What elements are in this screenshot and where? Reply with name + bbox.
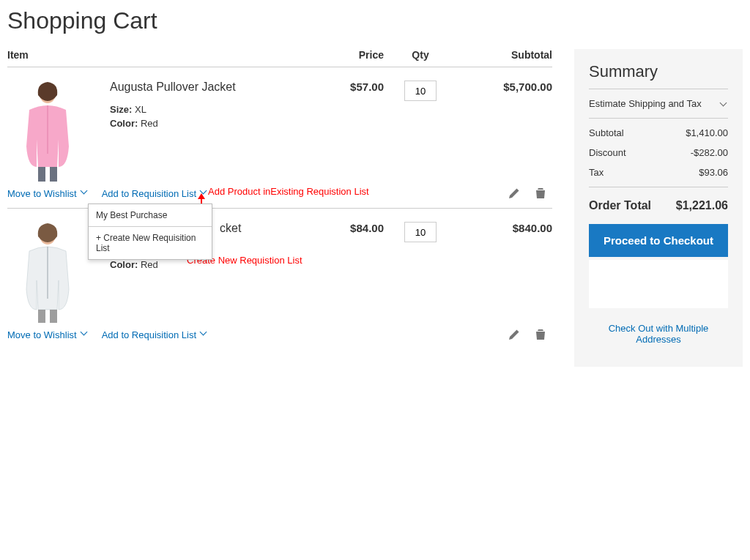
- requisition-create-item[interactable]: + Create New Requisition List: [89, 226, 212, 259]
- product-thumbnail[interactable]: [7, 81, 88, 183]
- page-title: Shopping Cart: [7, 7, 743, 34]
- trash-icon[interactable]: [535, 329, 546, 340]
- summary-line: Tax $93.06: [589, 163, 728, 182]
- subtotal-value: $840.00: [457, 222, 552, 234]
- edit-icon[interactable]: [508, 187, 520, 199]
- trash-icon[interactable]: [535, 187, 546, 199]
- order-total-label: Order Total: [589, 199, 651, 212]
- cart-table: Item Price Qty Subtotal: [7, 49, 552, 349]
- requisition-existing-item[interactable]: My Best Purchase: [89, 204, 212, 226]
- multiple-addresses-link[interactable]: Check Out with Multiple Addresses: [589, 323, 728, 345]
- product-name[interactable]: cket: [220, 222, 303, 235]
- chevron-down-icon: [201, 331, 208, 338]
- svg-rect-12: [50, 310, 57, 323]
- summary-line: Discount -$282.00: [589, 143, 728, 163]
- summary-label: Subtotal: [589, 127, 624, 138]
- add-to-requisition-link[interactable]: Add to Requisition List: [102, 188, 208, 199]
- col-header-qty: Qty: [384, 49, 457, 61]
- chevron-down-icon: [721, 100, 728, 108]
- qty-input[interactable]: [404, 81, 437, 101]
- requisition-dropdown: My Best Purchase + Create New Requisitio…: [88, 204, 212, 260]
- svg-rect-14: [541, 333, 541, 338]
- col-header-subtotal: Subtotal: [457, 49, 552, 61]
- svg-rect-13: [538, 333, 539, 338]
- color-value: Red: [141, 118, 158, 129]
- size-value: XL: [135, 104, 146, 115]
- payment-block: [589, 260, 728, 308]
- move-to-wishlist-link[interactable]: Move to Wishlist: [7, 329, 89, 340]
- svg-rect-7: [542, 192, 543, 197]
- order-total-value: $1,221.06: [676, 199, 728, 212]
- svg-rect-3: [38, 167, 45, 182]
- product-thumbnail[interactable]: [7, 222, 88, 324]
- svg-rect-5: [538, 192, 539, 197]
- svg-rect-15: [542, 333, 543, 338]
- edit-icon[interactable]: [508, 329, 520, 340]
- wishlist-label: Move to Wishlist: [7, 329, 77, 340]
- summary-value: -$282.00: [691, 147, 728, 158]
- chevron-down-icon: [81, 331, 89, 338]
- size-label: Size:: [110, 104, 132, 115]
- price-value: $57.00: [303, 81, 384, 93]
- color-value: Red: [141, 259, 158, 270]
- color-label: Color:: [110, 118, 138, 129]
- cart-row: Augusta Pullover Jacket Size: XL Color: …: [7, 67, 552, 209]
- proceed-checkout-button[interactable]: Proceed to Checkout: [589, 224, 728, 257]
- add-to-requisition-link[interactable]: Add to Requisition List: [102, 329, 208, 340]
- move-to-wishlist-link[interactable]: Move to Wishlist: [7, 188, 89, 199]
- product-name[interactable]: Augusta Pullover Jacket: [110, 81, 303, 94]
- chevron-down-icon: [81, 190, 89, 197]
- svg-rect-4: [50, 167, 57, 182]
- wishlist-label: Move to Wishlist: [7, 188, 77, 199]
- col-header-price: Price: [303, 49, 384, 61]
- col-header-item: Item: [7, 49, 303, 61]
- summary-value: $93.06: [699, 167, 728, 178]
- summary-title: Summary: [589, 62, 728, 81]
- estimate-shipping-toggle[interactable]: Estimate Shipping and Tax: [589, 94, 728, 113]
- estimate-label: Estimate Shipping and Tax: [589, 98, 702, 109]
- svg-rect-11: [38, 310, 45, 323]
- summary-label: Tax: [589, 167, 604, 178]
- summary-label: Discount: [589, 147, 626, 158]
- qty-input[interactable]: [404, 222, 437, 242]
- requisition-label: Add to Requisition List: [102, 188, 196, 199]
- color-label: Color:: [110, 259, 138, 270]
- svg-rect-6: [541, 192, 541, 197]
- summary-panel: Summary Estimate Shipping and Tax Subtot…: [574, 49, 743, 367]
- chevron-down-icon: [201, 190, 208, 197]
- price-value: $84.00: [303, 222, 384, 234]
- summary-line: Subtotal $1,410.00: [589, 123, 728, 143]
- requisition-label: Add to Requisition List: [102, 329, 196, 340]
- subtotal-value: $5,700.00: [457, 81, 552, 93]
- summary-value: $1,410.00: [686, 127, 728, 138]
